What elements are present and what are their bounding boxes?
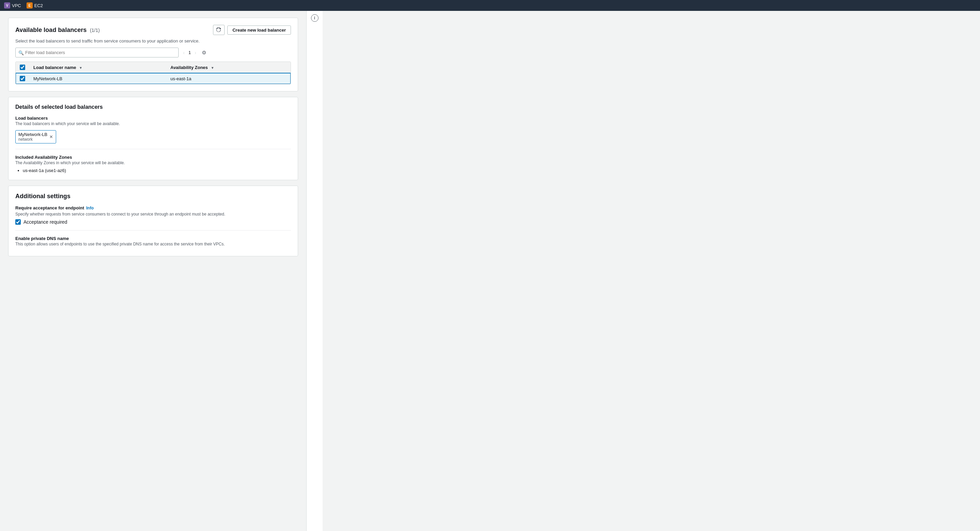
require-acceptance-field: Require acceptance for endpoint Info Spe… [15,205,291,225]
load-balancers-field: Load balancers The load balancers in whi… [15,116,291,143]
right-sidebar: i [306,11,323,531]
require-acceptance-label: Require acceptance for endpoint [15,205,84,211]
table-header-row: Load balancer name ▼ Availability Zones … [16,62,291,73]
section-description: Select the load balancers to send traffi… [15,38,291,43]
row-checkbox[interactable] [20,76,25,81]
divider [15,149,291,149]
search-wrapper: 🔍 [15,48,179,57]
details-title: Details of selected load balancers [15,104,291,110]
require-acceptance-header: Require acceptance for endpoint Info [15,205,291,211]
nav-ec2[interactable]: E EC2 [27,2,43,8]
divider-2 [15,230,291,230]
ec2-icon: E [27,2,33,8]
create-load-balancer-button[interactable]: Create new load balancer [227,25,291,35]
table-settings-button[interactable]: ⚙ [200,49,208,56]
lb-tag-chip: MyNetwork-LB network ✕ [15,130,56,143]
table-row[interactable]: MyNetwork-LB us-east-1a [16,73,291,84]
select-all-header [16,62,29,73]
az-list: us-east-1a (use1-az6) [15,168,291,173]
private-dns-label: Enable private DNS name [15,236,291,241]
nav-vpc[interactable]: V VPC [4,2,21,8]
acceptance-checkbox[interactable] [15,219,21,225]
main-wrapper: Available load balancers (1/1) Create ne… [0,11,980,531]
section-title: Available load balancers [15,27,86,33]
section-actions: Create new load balancer [213,25,291,35]
filter-row: 🔍 ‹ 1 › ⚙ [15,48,291,57]
count-badge: (1/1) [90,27,100,33]
section-title-wrapper: Available load balancers (1/1) [15,27,100,34]
refresh-button[interactable] [213,25,224,35]
tag-chip-content: MyNetwork-LB network [18,132,47,142]
info-icon[interactable]: i [311,14,318,22]
pagination: ‹ 1 › ⚙ [181,49,208,56]
nav-ec2-label: EC2 [34,3,43,8]
sort-icon-az: ▼ [211,66,214,70]
details-section: Details of selected load balancers Load … [8,97,298,180]
search-icon: 🔍 [18,50,24,55]
section-header: Available load balancers (1/1) Create ne… [15,25,291,35]
load-balancers-table: Load balancer name ▼ Availability Zones … [16,62,291,84]
included-az-desc: The Availability Zones in which your ser… [15,160,291,165]
vpc-icon: V [4,2,10,8]
acceptance-label: Acceptance required [24,219,67,225]
list-item: us-east-1a (use1-az6) [23,168,291,173]
row-az-cell: us-east-1a [166,73,291,84]
require-acceptance-desc: Specify whether requests from service co… [15,212,291,217]
acceptance-checkbox-row: Acceptance required [15,219,291,225]
additional-settings-card: Additional settings Require acceptance f… [8,185,298,256]
page-number: 1 [189,50,191,55]
load-balancers-table-wrapper: Load balancer name ▼ Availability Zones … [15,62,291,84]
prev-page-button[interactable]: ‹ [181,49,186,56]
tag-chip-name: MyNetwork-LB [18,132,47,137]
lb-field-desc: The load balancers in which your service… [15,121,291,126]
row-name-cell: MyNetwork-LB [29,73,166,84]
additional-settings-title: Additional settings [15,193,291,200]
private-dns-desc: This option allows users of endpoints to… [15,242,291,246]
tag-chip-type: network [18,137,47,142]
tag-remove-button[interactable]: ✕ [49,134,53,139]
sort-icon-name: ▼ [79,66,82,70]
private-dns-field: Enable private DNS name This option allo… [15,236,291,246]
lb-field-label: Load balancers [15,116,291,121]
available-load-balancers-card: Available load balancers (1/1) Create ne… [8,18,298,92]
info-link[interactable]: Info [86,206,94,211]
col-header-name[interactable]: Load balancer name ▼ [29,62,166,73]
included-az-label: Included Availability Zones [15,155,291,160]
nav-vpc-label: VPC [12,3,21,8]
select-all-checkbox[interactable] [20,65,25,70]
next-page-button[interactable]: › [193,49,198,56]
row-checkbox-cell [16,73,29,84]
col-header-az[interactable]: Availability Zones ▼ [166,62,291,73]
search-input[interactable] [15,48,179,57]
top-navigation: V VPC E EC2 [0,0,980,11]
content-area: Available load balancers (1/1) Create ne… [0,11,306,531]
included-az-field: Included Availability Zones The Availabi… [15,155,291,173]
